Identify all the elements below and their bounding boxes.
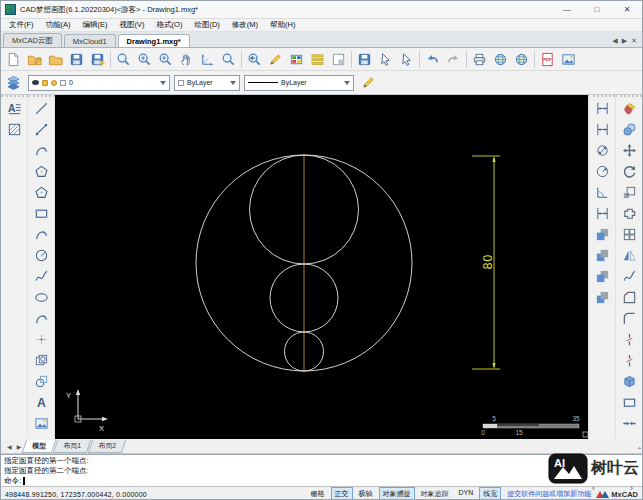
close-button[interactable]: ✕ — [612, 1, 642, 18]
linetype-select[interactable]: ByLayer — [244, 75, 354, 91]
layer-manager-button[interactable] — [3, 73, 24, 93]
export-pdf-button[interactable] — [537, 49, 558, 69]
mtext-button[interactable] — [4, 98, 25, 119]
text-button[interactable] — [31, 392, 52, 413]
insert-image-button[interactable] — [558, 49, 579, 69]
menu-item[interactable]: 视图(V) — [114, 20, 151, 30]
toggle-polar[interactable]: 极轴 — [355, 487, 377, 500]
copy-object-button[interactable] — [31, 350, 52, 371]
layer-select[interactable]: 0 — [28, 75, 170, 91]
break-button[interactable] — [619, 329, 640, 350]
linetype-manager-button[interactable] — [307, 49, 328, 69]
layout-view-button[interactable] — [328, 49, 349, 69]
tab-mxcad-cloud[interactable]: MxCAD云图 — [3, 33, 62, 47]
align-button[interactable] — [619, 413, 640, 434]
spline-button[interactable] — [31, 266, 52, 287]
fit-spline-button[interactable] — [619, 266, 640, 287]
array-button[interactable] — [619, 224, 640, 245]
color-select[interactable]: ByLayer — [174, 75, 240, 91]
undo-button[interactable] — [422, 49, 443, 69]
tab-mxcloud1[interactable]: MxCloud1 — [64, 34, 116, 47]
layout-tab-2[interactable]: 布局2 — [88, 440, 126, 453]
polygon-irregular-button[interactable] — [31, 182, 52, 203]
menu-item[interactable]: 绘图(D) — [188, 20, 225, 30]
tab-close-icon[interactable]: ✕ — [631, 37, 637, 45]
arc-button[interactable] — [31, 140, 52, 161]
toggle-lineweight[interactable]: 线宽 — [479, 487, 501, 500]
publish-web-button[interactable] — [490, 49, 511, 69]
feedback-link[interactable]: 提交软件问题或增加新功能 — [507, 489, 591, 499]
draw-order-front-button[interactable] — [592, 224, 613, 245]
draw-pencil-button[interactable] — [265, 49, 286, 69]
minimize-button[interactable]: — — [552, 1, 582, 18]
ellipse-button[interactable] — [31, 287, 52, 308]
new-file-button[interactable] — [3, 49, 24, 69]
redo-button[interactable] — [443, 49, 464, 69]
zoom-extents-button[interactable] — [113, 49, 134, 69]
pedit-button[interactable] — [619, 392, 640, 413]
toggle-osnap[interactable]: 对象捕捉 — [379, 487, 415, 500]
dim-diameter-button[interactable] — [592, 140, 613, 161]
layout-next-icon[interactable]: ▶ — [15, 443, 24, 450]
draw-color-pencil-button[interactable] — [358, 73, 379, 93]
dim-angular-button[interactable] — [592, 182, 613, 203]
scale-button[interactable] — [619, 182, 640, 203]
save-button[interactable] — [66, 49, 87, 69]
menu-item[interactable]: 格式(O) — [151, 20, 189, 30]
tab-next-icon[interactable]: ▶ — [622, 37, 627, 45]
draw-order-below-button[interactable] — [592, 287, 613, 308]
rectangle-button[interactable] — [31, 203, 52, 224]
move-button[interactable] — [619, 140, 640, 161]
maximize-button[interactable]: □ — [582, 1, 612, 18]
tab-prev-icon[interactable]: ◀ — [612, 37, 617, 45]
menu-item[interactable]: 帮助(H) — [264, 20, 301, 30]
zoom-in-button[interactable] — [155, 49, 176, 69]
open-file-button[interactable] — [45, 49, 66, 69]
print-button[interactable] — [469, 49, 490, 69]
cloud-web-button[interactable] — [511, 49, 532, 69]
hatch-button[interactable] — [4, 119, 25, 140]
layout-tab-1[interactable]: 布局1 — [53, 440, 91, 453]
save-as-button[interactable] — [87, 49, 108, 69]
layout-tab-model[interactable]: 模型 — [22, 440, 56, 453]
command-window[interactable]: 指定圆直径的第一个端点:指定圆直径的第二个端点: 命令: — [1, 454, 642, 486]
draw-order-above-button[interactable] — [592, 266, 613, 287]
polygon-button[interactable] — [31, 161, 52, 182]
offset-button[interactable] — [619, 203, 640, 224]
dim-aligned-button[interactable] — [592, 119, 613, 140]
menu-item[interactable]: 文件(F) — [3, 20, 40, 30]
fillet-button[interactable] — [619, 308, 640, 329]
circle-button[interactable] — [31, 245, 52, 266]
text-style-button[interactable] — [354, 49, 375, 69]
mirror-button[interactable] — [619, 245, 640, 266]
erase-button[interactable] — [619, 98, 640, 119]
point-button[interactable] — [31, 329, 52, 350]
dim-linear-button[interactable] — [592, 98, 613, 119]
dim-radius-button[interactable] — [592, 161, 613, 182]
xline-button[interactable] — [31, 119, 52, 140]
ellipse-arc-button[interactable] — [31, 308, 52, 329]
box-3d-button[interactable] — [619, 371, 640, 392]
drawing-canvas[interactable]: 80 5 35 0 15 Y X — [55, 95, 588, 439]
open-template-button[interactable] — [24, 49, 45, 69]
menu-item[interactable]: 功能(A) — [40, 20, 77, 30]
dimension-80[interactable]: 80 — [472, 156, 500, 369]
draw-order-back-button[interactable] — [592, 245, 613, 266]
rotate-button[interactable] — [619, 161, 640, 182]
pan-button[interactable] — [176, 49, 197, 69]
copy-button[interactable] — [619, 119, 640, 140]
region-button[interactable] — [31, 371, 52, 392]
block-edit-button[interactable] — [396, 49, 417, 69]
line-button[interactable] — [31, 98, 52, 119]
tab-drawing1[interactable]: Drawing1.mxg* — [118, 34, 190, 47]
ucs-axes-button[interactable] — [197, 49, 218, 69]
menu-item[interactable]: 修改(M) — [226, 20, 264, 30]
chamfer-button[interactable] — [619, 287, 640, 308]
dim-continue-button[interactable] — [592, 203, 613, 224]
trim-button[interactable] — [619, 350, 640, 371]
zoom-previous-button[interactable] — [244, 49, 265, 69]
menu-item[interactable]: 编辑(E) — [77, 20, 114, 30]
toggle-otrack[interactable]: 对象追踪 — [417, 487, 453, 500]
image-button[interactable] — [31, 413, 52, 434]
zoom-window-button[interactable] — [134, 49, 155, 69]
